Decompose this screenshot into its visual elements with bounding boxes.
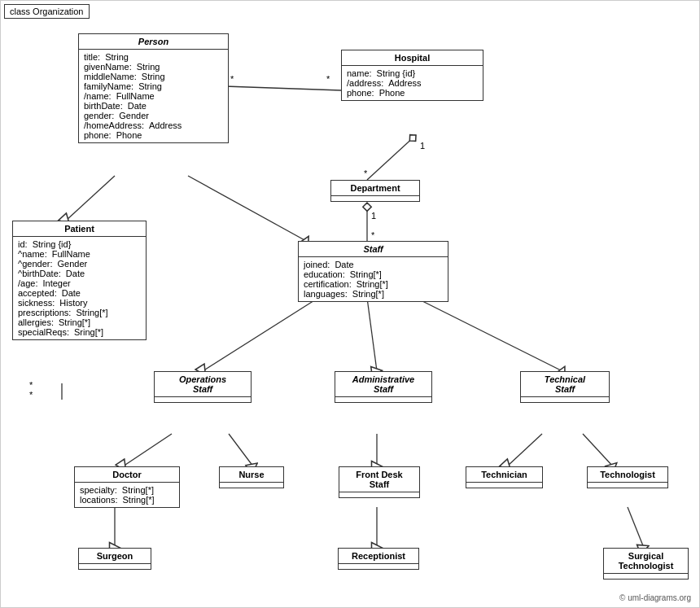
svg-line-17 (203, 298, 318, 371)
class-surgeon: Surgeon (78, 548, 151, 570)
class-person: Person title:String givenName:String mid… (78, 33, 229, 143)
svg-text:*: * (230, 74, 234, 84)
person-header: Person (79, 34, 228, 50)
person-body: title:String givenName:String middleName… (79, 50, 228, 142)
diagram-container: class Organization * * (0, 0, 700, 608)
technologist-header: Technologist (588, 467, 667, 483)
diagram-title: class Organization (4, 4, 90, 19)
svg-line-13 (66, 176, 115, 221)
class-department: Department (330, 180, 420, 202)
receptionist-header: Receptionist (339, 549, 418, 564)
operations-staff-header: OperationsStaff (155, 372, 251, 397)
class-nurse: Nurse (219, 466, 284, 488)
class-surgical-technologist: SurgicalTechnologist (603, 548, 689, 580)
class-front-desk-staff: Front DeskStaff (339, 466, 420, 498)
svg-line-21 (229, 434, 253, 466)
doctor-body: specialty:String[*] locations:String[*] (75, 483, 179, 507)
doctor-header: Doctor (75, 467, 179, 483)
svg-line-18 (367, 298, 377, 371)
department-body (331, 196, 419, 201)
svg-text:*: * (371, 230, 375, 240)
svg-line-19 (416, 298, 562, 371)
technician-header: Technician (466, 467, 542, 483)
patient-header: Patient (13, 221, 146, 237)
svg-text:*: * (326, 74, 330, 84)
staff-body: joined:Date education:String[*] certific… (299, 257, 448, 301)
class-technician: Technician (466, 466, 543, 488)
class-receptionist: Receptionist (338, 548, 419, 570)
front-desk-staff-header: Front DeskStaff (339, 467, 419, 492)
hospital-body: name:String {id} /address:Address phone:… (342, 66, 483, 100)
svg-text:*: * (29, 390, 33, 400)
surgeon-header: Surgeon (79, 549, 151, 564)
svg-line-27 (628, 507, 644, 548)
technical-staff-header: TechnicalStaff (521, 372, 609, 397)
svg-text:1: 1 (371, 211, 376, 221)
class-technical-staff: TechnicalStaff (520, 371, 610, 403)
svg-text:1: 1 (420, 141, 425, 151)
surgical-technologist-header: SurgicalTechnologist (604, 549, 688, 574)
svg-text:*: * (29, 380, 33, 390)
patient-body: id:String {id} ^name:FullName ^gender:Ge… (13, 237, 146, 339)
svg-line-24 (583, 434, 613, 466)
class-hospital: Hospital name:String {id} /address:Addre… (341, 50, 483, 101)
svg-line-14 (188, 176, 306, 241)
class-staff: Staff joined:Date education:String[*] ce… (298, 241, 448, 302)
svg-line-4 (225, 86, 341, 90)
svg-line-20 (123, 434, 172, 466)
svg-line-7 (367, 135, 416, 180)
hospital-header: Hospital (342, 50, 483, 66)
svg-text:*: * (364, 168, 368, 178)
class-technologist: Technologist (587, 466, 668, 488)
nurse-header: Nurse (220, 467, 283, 483)
administrative-staff-header: AdministrativeStaff (335, 372, 431, 397)
svg-line-23 (507, 434, 542, 466)
copyright: © uml-diagrams.org (619, 593, 691, 602)
class-patient: Patient id:String {id} ^name:FullName ^g… (12, 221, 147, 340)
class-administrative-staff: AdministrativeStaff (335, 371, 432, 403)
class-doctor: Doctor specialty:String[*] locations:Str… (74, 466, 180, 508)
department-header: Department (331, 181, 419, 196)
class-operations-staff: OperationsStaff (154, 371, 252, 403)
staff-header: Staff (299, 242, 448, 257)
